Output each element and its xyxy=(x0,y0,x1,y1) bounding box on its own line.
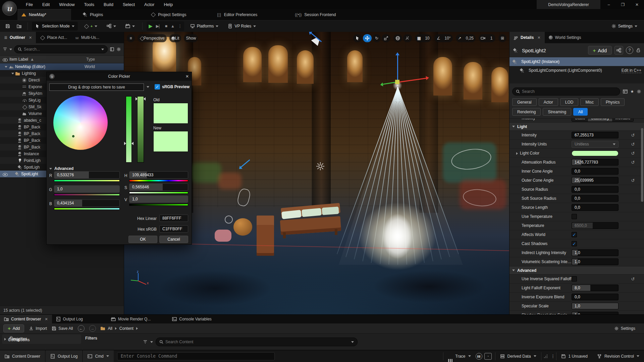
close-button[interactable]: ✕ xyxy=(630,0,644,9)
hex-srgb-input[interactable]: C1FFB0FF xyxy=(159,225,188,233)
minimize-button[interactable]: – xyxy=(602,0,616,9)
tab-world-settings[interactable]: World Settings xyxy=(545,32,585,43)
details-search[interactable] xyxy=(512,87,620,96)
color-picker-titlebar[interactable]: u Color Picker ✕ xyxy=(47,72,192,81)
camera-speed-value[interactable]: 1 xyxy=(487,34,495,42)
v-gradient-bar[interactable] xyxy=(129,204,188,206)
select-tool[interactable] xyxy=(353,34,362,42)
filter-funnel-icon[interactable] xyxy=(143,340,148,344)
scale-snap-toggle[interactable]: ↗ xyxy=(456,34,464,42)
cinematics-dropdown[interactable] xyxy=(122,22,138,31)
tab-outliner[interactable]: ≣ Outliner✕ xyxy=(0,32,36,43)
value-bar[interactable] xyxy=(137,96,144,163)
menu-file[interactable]: File xyxy=(21,0,37,9)
outer-cone-angle-input[interactable]: 25,039995 xyxy=(572,177,619,184)
tab-place-actors[interactable]: Place Act... xyxy=(36,32,71,43)
section-light[interactable]: Light xyxy=(509,123,644,131)
scale-snap-value[interactable]: 0,25 xyxy=(464,34,476,42)
saved-search-icon[interactable] xyxy=(110,47,114,52)
r-gradient-bar[interactable] xyxy=(54,180,120,182)
inverse-exposure-blend-input[interactable]: 0,0 xyxy=(572,294,619,300)
chip-physics[interactable]: Physics xyxy=(601,98,625,106)
attenuation-radius-input[interactable]: 1426,727783 xyxy=(572,159,619,166)
forward-icon[interactable]: → xyxy=(89,325,96,332)
srgb-preview-checkbox[interactable]: ✓ sRGB Preview xyxy=(155,84,190,89)
maximize-viewport-icon[interactable]: ⊞ xyxy=(498,34,506,42)
project-settings-button[interactable]: Project Settings xyxy=(145,9,192,20)
cmd-dropdown[interactable]: Cmd xyxy=(83,350,113,362)
close-icon[interactable]: ✕ xyxy=(185,74,189,79)
outliner-search-input[interactable] xyxy=(24,47,99,52)
hex-linear-input[interactable]: 88FF6FFF xyxy=(159,215,188,222)
new-color-swatch[interactable] xyxy=(153,131,188,152)
outliner-column-header[interactable]: Item Label ▲ Type xyxy=(0,55,124,63)
back-icon[interactable]: ← xyxy=(78,325,85,332)
gizmo-center[interactable] xyxy=(395,80,399,84)
filters-label[interactable]: Filters xyxy=(82,335,142,349)
reset-icon[interactable]: ↺ xyxy=(622,277,644,282)
mobility-segmented-control[interactable]: Static Stationary Movable xyxy=(572,119,634,122)
tab-console-variables[interactable]: Console Variables xyxy=(168,315,216,323)
tab-details[interactable]: Details✕ xyxy=(509,32,545,43)
color-wheel[interactable] xyxy=(53,96,108,150)
cb-save-all-button[interactable]: Save All xyxy=(52,326,73,331)
source-length-input[interactable]: 0,0 xyxy=(572,204,619,211)
revision-control-dropdown[interactable]: Revision Control xyxy=(592,350,644,362)
visibility-eye-icon[interactable] xyxy=(3,57,7,62)
affects-world-checkbox[interactable]: ✓ xyxy=(572,232,577,237)
edit-in-cpp-link[interactable]: Edit in C++ xyxy=(622,68,641,73)
filter-funnel-icon[interactable] xyxy=(3,47,7,52)
b-gradient-bar[interactable] xyxy=(54,208,120,210)
stop-button[interactable]: ■ xyxy=(165,24,167,28)
outliner-row-newmap[interactable]: NewMap (Editor) World xyxy=(0,63,124,70)
light-color-swatch[interactable] xyxy=(572,150,619,156)
details-scrollbar[interactable] xyxy=(641,128,643,202)
s-gradient-bar[interactable] xyxy=(129,192,188,194)
rotation-snap-toggle[interactable]: ∠ xyxy=(434,34,442,42)
blueprints-dropdown[interactable] xyxy=(103,22,119,31)
intensity-input[interactable]: 67,255173 xyxy=(572,132,619,138)
close-icon[interactable]: ✕ xyxy=(537,36,540,40)
g-input[interactable]: 1,0 xyxy=(54,185,120,193)
menu-help[interactable]: Help xyxy=(159,0,177,9)
soft-source-radius-input[interactable]: 0,0 xyxy=(572,195,619,202)
tab-level-newmap[interactable]: NewMap* xyxy=(17,9,71,20)
play-button[interactable]: ▶ xyxy=(149,23,153,29)
selection-mode-dropdown[interactable]: Selection Mode xyxy=(32,22,78,31)
surface-snapping-icon[interactable] xyxy=(403,34,412,42)
grid-snap-toggle[interactable]: ▦ xyxy=(415,34,423,42)
lit-dropdown[interactable]: Lit xyxy=(169,34,181,42)
s-input[interactable]: 0,565846 xyxy=(129,183,188,191)
menu-build[interactable]: Build xyxy=(99,0,118,9)
blueprint-node-icon[interactable] xyxy=(614,46,623,55)
chip-streaming[interactable]: Streaming xyxy=(543,108,571,116)
cancel-button[interactable]: Cancel xyxy=(159,236,188,243)
scale-tool[interactable] xyxy=(382,34,390,42)
tab-content-browser[interactable]: Content Browser✕ xyxy=(0,315,52,323)
advanced-expander[interactable]: Advanced xyxy=(49,166,73,171)
cb-import-button[interactable]: Import xyxy=(29,326,47,331)
menu-select[interactable]: Select xyxy=(118,0,139,9)
chevron-down-icon[interactable] xyxy=(351,341,354,343)
content-search-input[interactable] xyxy=(165,340,349,344)
volumetric-scattering-input[interactable]: 1,0 xyxy=(572,258,619,265)
component-row-spotlightcomponent[interactable]: SpotLightComponent (LightComponent0) Edi… xyxy=(509,66,644,75)
use-temperature-checkbox[interactable] xyxy=(572,214,577,219)
search-collections-icon[interactable] xyxy=(9,336,14,340)
cb-add-button[interactable]: +Add xyxy=(3,324,24,333)
g-gradient-bar[interactable] xyxy=(54,194,120,196)
unlock-icon[interactable] xyxy=(636,48,641,53)
outliner-search[interactable] xyxy=(14,45,108,53)
chevron-down-icon[interactable] xyxy=(150,341,153,343)
color-theme-dropzone[interactable]: Drag & drop colors here to save xyxy=(49,83,144,91)
chip-misc[interactable]: Misc xyxy=(580,98,599,106)
h-gradient-bar[interactable] xyxy=(129,180,188,182)
perspective-dropdown[interactable]: Perspective xyxy=(138,34,167,42)
insights-grid-icon[interactable] xyxy=(541,354,550,359)
content-search[interactable] xyxy=(156,338,358,346)
crumb-all[interactable]: All xyxy=(108,326,112,331)
favorites-collections-box[interactable]: Favorites Collections ⊕ xyxy=(2,335,81,344)
cast-shadows-checkbox[interactable]: ✓ xyxy=(572,241,577,246)
kebab-icon[interactable]: ⋮ xyxy=(550,354,556,359)
tab-output-log[interactable]: Output Log xyxy=(52,315,87,323)
